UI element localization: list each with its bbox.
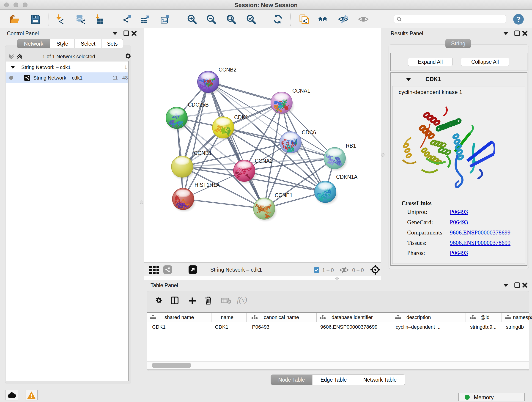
svg-text:CCNA2: CCNA2 [255,158,273,164]
svg-text:HIST1H1A: HIST1H1A [195,182,220,188]
svg-text:CDC6: CDC6 [302,129,316,135]
svg-text:CDKN1A: CDKN1A [336,174,358,180]
svg-text:CCNA1: CCNA1 [292,88,310,94]
svg-text:CCNB2: CCNB2 [219,67,236,73]
svg-text:CDC25B: CDC25B [188,102,209,108]
svg-text:CDK1: CDK1 [234,114,248,120]
svg-text:CCNB1: CCNB1 [194,150,212,156]
svg-text:CCNE1: CCNE1 [275,192,293,198]
svg-text:RB1: RB1 [346,143,356,149]
